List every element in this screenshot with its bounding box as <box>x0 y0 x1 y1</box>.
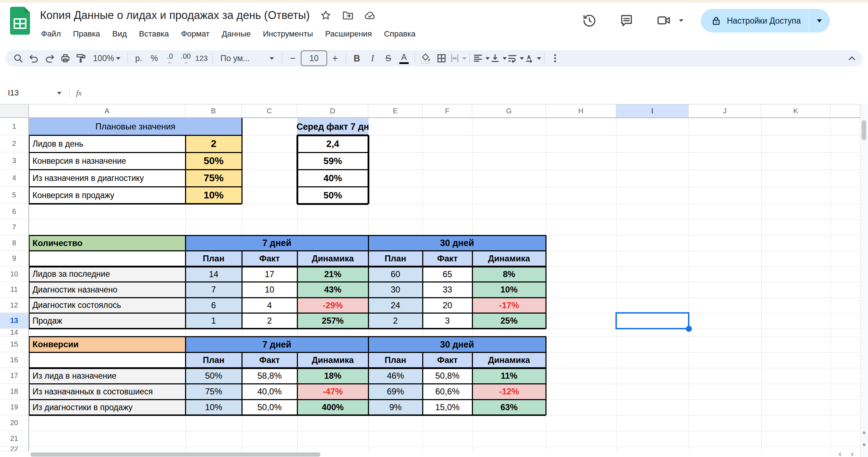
row-header-12[interactable]: 12 <box>0 298 29 313</box>
table-cell[interactable]: Диагностик назначено <box>29 282 185 298</box>
table-cell[interactable]: Диагностик состоялось <box>29 298 185 313</box>
row-header-11[interactable]: 11 <box>0 282 29 298</box>
table-cell[interactable]: 50,8% <box>423 368 472 384</box>
row-header-1[interactable]: 1 <box>0 118 29 135</box>
table-cell[interactable]: 58,8% <box>242 368 297 384</box>
table-cell[interactable] <box>29 352 185 368</box>
table-cell[interactable]: 59% <box>297 152 368 169</box>
row-header-13[interactable]: 13 <box>0 313 29 329</box>
table-cell[interactable]: 60 <box>368 266 423 282</box>
col-header-J[interactable]: J <box>689 104 761 118</box>
vertical-scrollbar-thumb[interactable] <box>862 120 866 140</box>
table-cell[interactable]: -17% <box>472 298 546 313</box>
row-header-20[interactable]: 20 <box>0 415 29 431</box>
col-header-B[interactable]: B <box>185 104 242 118</box>
scroll-right-icon[interactable]: › <box>851 449 853 457</box>
table-cell[interactable]: 75% <box>185 384 242 399</box>
table-cell[interactable]: 40,0% <box>242 384 297 399</box>
table-cell[interactable]: 46% <box>368 368 423 384</box>
col-header-F[interactable]: F <box>423 104 472 118</box>
vertical-scrollbar[interactable] <box>860 104 868 457</box>
table-cell[interactable]: 60,6% <box>423 384 472 399</box>
table-cell[interactable]: 2 <box>242 313 297 329</box>
row-header-22[interactable]: 22 <box>0 447 29 451</box>
table-cell[interactable]: 10 <box>242 282 297 298</box>
table-cell[interactable]: 21% <box>297 266 368 282</box>
col-header-C[interactable]: C <box>242 104 297 118</box>
select-all-corner[interactable] <box>0 104 29 118</box>
col-header-D[interactable]: D <box>297 104 368 118</box>
table-cell[interactable]: Конверсия в продажу <box>29 187 185 204</box>
row-header-21[interactable]: 21 <box>0 431 29 447</box>
table-cell[interactable]: План <box>185 251 242 266</box>
table-cell[interactable]: Из диагностики в продажу <box>29 399 185 415</box>
table-cell[interactable]: 4 <box>242 298 297 313</box>
row-header-3[interactable]: 3 <box>0 152 29 169</box>
table-cell[interactable]: Лидов в день <box>29 135 185 152</box>
table-cell[interactable]: 25% <box>472 313 546 329</box>
row-header-16[interactable]: 16 <box>0 352 29 368</box>
row-header-14[interactable]: 14 <box>0 329 29 336</box>
table-cell[interactable]: Факт <box>423 352 472 368</box>
table-cell[interactable]: План <box>185 352 242 368</box>
col-header-A[interactable]: A <box>29 104 185 118</box>
col-header-partial[interactable] <box>830 104 860 118</box>
scroll-down-icon[interactable]: ▼ <box>861 442 867 448</box>
table-cell[interactable]: 1 <box>185 313 242 329</box>
col-header-H[interactable]: H <box>546 104 616 118</box>
table-cell[interactable]: 10% <box>185 399 242 415</box>
table-cell[interactable]: Конверсия в назначение <box>29 152 185 169</box>
row-header-18[interactable]: 18 <box>0 384 29 399</box>
table-cell[interactable]: 50,0% <box>242 399 297 415</box>
table-cell[interactable]: Конверсии <box>29 336 185 352</box>
table-cell[interactable]: 18% <box>297 368 368 384</box>
table-cell[interactable]: План <box>368 251 423 266</box>
table-cell[interactable] <box>29 251 185 266</box>
table-cell[interactable]: 63% <box>472 399 546 415</box>
row-header-15[interactable]: 15 <box>0 336 29 352</box>
table-cell[interactable]: 30 <box>368 282 423 298</box>
table-cell[interactable]: 69% <box>368 384 423 399</box>
row-header-8[interactable]: 8 <box>0 235 29 251</box>
row-header-4[interactable]: 4 <box>0 169 29 187</box>
table-cell[interactable]: -47% <box>297 384 368 399</box>
table-cell[interactable]: 65 <box>423 266 472 282</box>
table-cell[interactable]: Динамика <box>297 352 368 368</box>
table-cell[interactable]: Динамика <box>297 251 368 266</box>
table-cell[interactable]: 8% <box>472 266 546 282</box>
table-cell[interactable]: 75% <box>185 169 242 187</box>
table-cell[interactable]: 30 дней <box>368 336 546 352</box>
table-cell[interactable]: 24 <box>368 298 423 313</box>
scroll-left-icon[interactable]: ‹ <box>839 449 841 457</box>
table-cell[interactable]: 6 <box>185 298 242 313</box>
row-header-17[interactable]: 17 <box>0 368 29 384</box>
table-cell[interactable]: 2 <box>368 313 423 329</box>
row-header-2[interactable]: 2 <box>0 135 29 152</box>
table-cell[interactable]: 14 <box>185 266 242 282</box>
row-header-5[interactable]: 5 <box>0 187 29 204</box>
table-cell[interactable]: 33 <box>423 282 472 298</box>
table-cell[interactable]: 11% <box>472 368 546 384</box>
table-cell[interactable]: 7 дней <box>185 336 368 352</box>
scroll-up-icon[interactable]: ▲ <box>861 429 867 435</box>
horizontal-scrollbar-thumb[interactable] <box>30 452 320 457</box>
table-cell[interactable]: 400% <box>297 399 368 415</box>
table-cell[interactable]: Динамика <box>472 251 546 266</box>
table-cell[interactable]: 2 <box>185 135 242 152</box>
table-cell[interactable]: -29% <box>297 298 368 313</box>
table-cell[interactable]: 43% <box>297 282 368 298</box>
table-cell[interactable]: 7 <box>185 282 242 298</box>
table-cell[interactable]: 3 <box>423 313 472 329</box>
table-cell[interactable]: 50% <box>297 187 368 204</box>
table-cell[interactable]: Из назначения в диагностику <box>29 169 185 187</box>
col-header-G[interactable]: G <box>472 104 546 118</box>
row-header-19[interactable]: 19 <box>0 399 29 415</box>
table-cell[interactable]: 7 дней <box>185 235 368 251</box>
selected-cell[interactable] <box>615 312 689 329</box>
table-cell[interactable]: 257% <box>297 313 368 329</box>
table-cell[interactable]: Лидов за последние <box>29 266 185 282</box>
table-cell[interactable]: 9% <box>368 399 423 415</box>
table-cell[interactable]: Из назначанных в состовшиеся <box>29 384 185 399</box>
table-cell[interactable]: Количество <box>29 235 185 251</box>
row-header-6[interactable]: 6 <box>0 204 29 220</box>
